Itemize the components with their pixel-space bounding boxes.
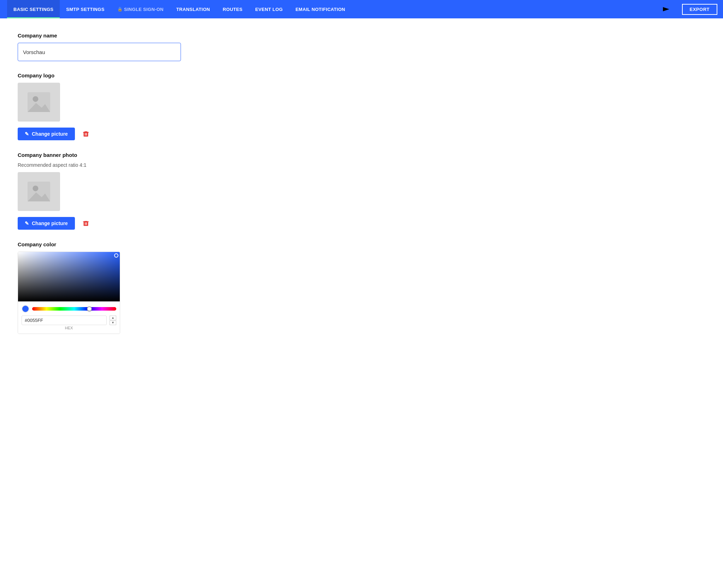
company-banner-label: Company banner photo	[18, 152, 272, 158]
svg-point-9	[33, 186, 38, 191]
svg-rect-11	[83, 222, 88, 226]
company-color-section: Company color ▲ ▼	[18, 241, 272, 334]
svg-rect-3	[83, 132, 88, 137]
navigation-bar: BASIC SETTINGS SMTP SETTINGS 🔒 SINGLE SI…	[0, 0, 723, 18]
tab-single-sign-on[interactable]: 🔒 SINGLE SIGN-ON	[111, 0, 170, 18]
tab-basic-settings[interactable]: BASIC SETTINGS	[7, 0, 60, 18]
company-banner-section: Company banner photo Recommended aspect …	[18, 152, 272, 230]
delete-logo-button[interactable]	[79, 127, 93, 141]
svg-rect-12	[85, 222, 86, 225]
tab-routes[interactable]: ROUTES	[216, 0, 249, 18]
image-placeholder-icon	[28, 92, 50, 112]
hex-increment-button[interactable]: ▲	[110, 316, 116, 320]
color-gradient-area[interactable]	[18, 252, 120, 301]
company-logo-placeholder	[18, 83, 60, 122]
tab-translation[interactable]: TRANSLATION	[170, 0, 217, 18]
trash-icon-2	[82, 219, 90, 227]
hue-thumb	[87, 306, 92, 311]
banner-sublabel: Recommended aspect ratio 4:1	[18, 162, 272, 168]
color-swatch	[22, 305, 29, 313]
arrow-annotation-icon	[663, 7, 681, 11]
change-banner-picture-button[interactable]: ✎ Change picture	[18, 217, 75, 230]
main-content: Company name Company logo ✎ Change pictu…	[0, 18, 290, 359]
company-banner-buttons: ✎ Change picture	[18, 217, 272, 230]
svg-rect-5	[86, 133, 87, 135]
color-picker[interactable]: ▲ ▼ HEX	[18, 252, 120, 334]
hex-decrement-button[interactable]: ▼	[110, 321, 116, 325]
hex-input[interactable]	[22, 316, 107, 325]
hue-slider[interactable]	[32, 307, 116, 311]
company-logo-label: Company logo	[18, 72, 272, 78]
tab-smtp-settings[interactable]: SMTP SETTINGS	[60, 0, 111, 18]
hex-spinners: ▲ ▼	[110, 316, 116, 325]
pencil-icon-2: ✎	[25, 220, 29, 226]
color-gradient-dot	[114, 253, 118, 258]
svg-rect-13	[86, 222, 87, 225]
svg-rect-7	[83, 132, 89, 133]
hex-label: HEX	[22, 325, 116, 331]
company-logo-buttons: ✎ Change picture	[18, 127, 272, 141]
tab-event-log[interactable]: EVENT LOG	[249, 0, 289, 18]
trash-icon-1	[82, 130, 90, 138]
company-logo-section: Company logo ✎ Change picture	[18, 72, 272, 141]
company-name-label: Company name	[18, 33, 272, 39]
svg-rect-4	[85, 133, 86, 135]
delete-banner-button[interactable]	[79, 217, 93, 230]
hue-row	[22, 305, 116, 313]
tab-email-notification[interactable]: EMAIL NOTIFICATION	[289, 0, 352, 18]
company-color-label: Company color	[18, 241, 272, 247]
company-name-section: Company name	[18, 33, 272, 61]
export-wrapper: EXPORT	[663, 4, 723, 15]
pencil-icon-1: ✎	[25, 131, 29, 137]
company-name-input[interactable]	[18, 43, 181, 61]
color-picker-controls: ▲ ▼ HEX	[18, 301, 120, 334]
lock-icon: 🔒	[117, 7, 123, 12]
change-logo-picture-button[interactable]: ✎ Change picture	[18, 128, 75, 140]
company-banner-placeholder	[18, 172, 60, 211]
banner-placeholder-icon	[28, 182, 50, 201]
svg-rect-15	[83, 222, 89, 222]
export-button[interactable]: EXPORT	[682, 4, 717, 15]
hex-row: ▲ ▼	[22, 316, 116, 325]
svg-point-1	[33, 96, 38, 102]
